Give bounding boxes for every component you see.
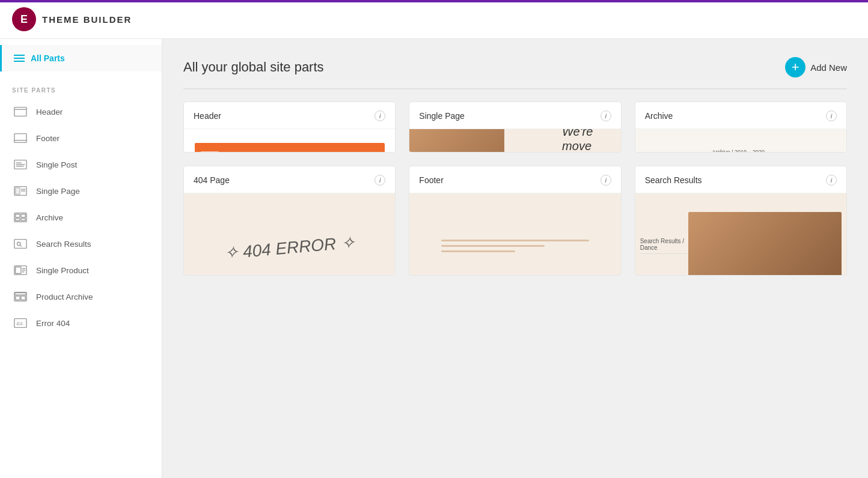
sidebar-label-single-post: Single Post [36,160,77,169]
card-title-footer: Footer [419,175,443,185]
header-preview [184,129,395,153]
card-footer: Footer i [409,166,621,276]
sr-image [688,212,842,276]
svg-rect-9 [16,188,20,195]
single-page-preview: We'removetroupe [409,129,620,153]
parts-grid: Header i Single Page i [183,101,847,276]
add-new-button[interactable]: + Add New [785,57,847,77]
sidebar-item-product-archive[interactable]: Product Archive [0,283,162,310]
plus-circle-icon: + [785,57,805,77]
sidebar-item-single-page[interactable]: Single Page [0,178,162,204]
card-header-bar-search-results: Search Results i [635,166,846,193]
header-preview-logo [201,151,219,153]
sp-heading: We'removetroupe [562,129,610,153]
archive-preview: Archive / 2019 – 2020 [635,129,846,153]
svg-rect-13 [16,214,20,218]
single-product-icon [12,264,29,277]
svg-point-18 [17,242,21,246]
card-title-404: 404 Page [194,175,230,185]
topbar: E THEME BUILDER [0,0,868,39]
topbar-logo: E THEME BUILDER [12,7,132,31]
footer-line-2 [441,245,545,247]
header-icon [12,105,29,118]
topbar-title: THEME BUILDER [42,14,132,25]
search-results-icon [12,237,29,250]
sidebar-label-footer: Footer [36,134,60,143]
info-icon-404[interactable]: i [374,175,385,186]
card-single-page: Single Page i We'removetroupe [409,101,621,153]
card-header-bar-single-page: Single Page i [409,102,620,129]
accent-bar [0,0,868,2]
card-title-search-results: Search Results [645,175,702,185]
card-404: 404 Page i ✧ 404 ERROR ✧ [183,166,396,276]
sidebar-item-archive[interactable]: Archive [0,204,162,231]
svg-rect-21 [16,267,21,274]
sidebar-item-search-results[interactable]: Search Results [0,231,162,257]
add-new-label: Add New [810,62,847,73]
card-search-results: Search Results i Search Results / Dance [635,166,847,276]
sp-text-right: We'removetroupe [562,129,610,153]
svg-text:404: 404 [16,321,23,327]
search-results-preview: Search Results / Dance [635,193,846,276]
card-header: Header i [183,101,396,153]
footer-line-3 [441,250,515,252]
sidebar-label-error-404: Error 404 [36,319,70,328]
archive-icon [12,211,29,224]
error-404-icon: 404 [12,316,29,330]
sidebar-section-label: SITE PARTS [0,77,162,98]
page-title: All your global site parts [183,59,324,75]
card-header-bar: Header i [184,102,395,129]
sidebar-all-parts[interactable]: All Parts [0,45,162,71]
main-header: All your global site parts + Add New [183,57,847,89]
svg-rect-2 [14,134,26,143]
header-preview-bar [195,143,385,153]
svg-line-19 [20,245,22,246]
footer-icon [12,132,29,145]
archive-header-bar: Archive / 2019 – 2020 [712,148,765,153]
card-title-archive: Archive [645,111,673,121]
hamburger-icon [14,55,25,62]
sidebar-label-single-page: Single Page [36,187,80,196]
card-header-bar-404: 404 Page i [184,166,395,193]
info-icon-header[interactable]: i [374,110,385,121]
footer-preview [409,193,620,276]
sidebar-item-single-post[interactable]: Single Post [0,151,162,178]
card-title-header: Header [194,111,221,121]
info-icon-search-results[interactable]: i [826,175,837,186]
single-page-icon [12,184,29,198]
product-archive-icon [12,290,29,303]
card-title-single-page: Single Page [419,111,465,121]
all-parts-label: All Parts [31,53,65,63]
card-header-bar-archive: Archive i [635,102,846,129]
info-icon-footer[interactable]: i [601,175,611,186]
sidebar-label-header: Header [36,107,63,116]
sidebar-label-archive: Archive [36,213,63,222]
svg-rect-28 [21,296,25,300]
single-post-icon [12,158,29,171]
sidebar-label-search-results: Search Results [36,240,91,249]
main-content: All your global site parts + Add New Hea… [162,39,868,478]
card-header-bar-footer: Footer i [409,166,620,193]
svg-rect-27 [16,296,20,300]
sidebar-label-single-product: Single Product [36,266,89,275]
sidebar-item-error-404[interactable]: 404 Error 404 [0,310,162,336]
sidebar-item-single-product[interactable]: Single Product [0,257,162,283]
info-icon-single-page[interactable]: i [601,110,611,121]
error404-preview: ✧ 404 ERROR ✧ [184,193,395,276]
sidebar-item-header[interactable]: Header [0,98,162,125]
footer-line-1 [441,240,589,241]
sidebar-item-footer[interactable]: Footer [0,125,162,151]
svg-rect-26 [15,293,26,295]
svg-rect-0 [14,107,26,116]
sidebar-label-product-archive: Product Archive [36,292,93,301]
svg-rect-16 [21,219,25,221]
sr-header-bar: Search Results / Dance [640,238,688,254]
svg-rect-14 [21,214,25,218]
sidebar: All Parts SITE PARTS Header Footer [0,39,162,478]
error404-text: ✧ 404 ERROR ✧ [224,232,355,264]
svg-rect-15 [16,219,20,221]
elementor-logo-icon: E [12,7,36,31]
info-icon-archive[interactable]: i [826,110,837,121]
app-body: All Parts SITE PARTS Header Footer [0,39,868,478]
footer-lines [441,240,589,256]
